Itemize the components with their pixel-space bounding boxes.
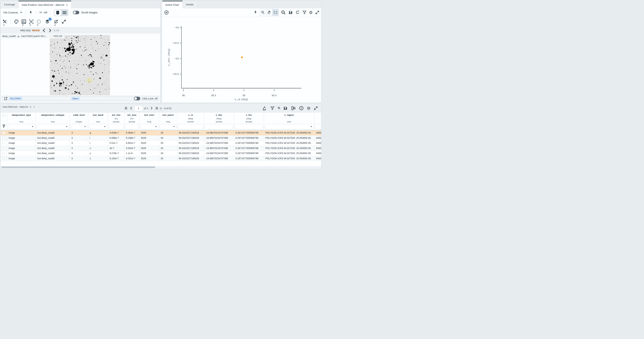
page-number-input[interactable]: [134, 105, 143, 111]
chart-settings-button[interactable]: ⚙: [309, 10, 313, 14]
scroll-images-toggle[interactable]: [73, 11, 79, 14]
color-palette-button[interactable]: [14, 19, 19, 24]
column-filter-input[interactable]: [71, 124, 87, 129]
column-filter-input[interactable]: [160, 124, 176, 129]
add-column-button[interactable]: [291, 106, 296, 111]
pin-chart-button[interactable]: [254, 10, 258, 14]
table-cell: 28: [159, 140, 177, 146]
next-page-button[interactable]: [150, 106, 153, 110]
table-row[interactable]: imagelsst.deep_coadd3r5.51e-76.891e-7552…: [1, 140, 321, 146]
table-row[interactable]: imagelsst.deep_coadd3u3e-73.932e-7552628…: [1, 146, 321, 151]
table-cell: image: [7, 151, 36, 156]
expand-chart-button[interactable]: [315, 10, 320, 14]
chart-toolbar: 1X ⚙: [162, 8, 321, 17]
expand-readout-button[interactable]: [4, 97, 8, 100]
zoom-original-button[interactable]: 1X: [281, 10, 286, 15]
scatter-chart[interactable]: 9695.59594.5−24−24.5−25−25.5s_ra (deg)s_…: [162, 17, 321, 103]
rotate-lock-button[interactable]: [54, 19, 58, 24]
image-tools-button[interactable]: [2, 19, 8, 24]
tab-data-product[interactable]: Data Product: ivoa.ObsCore - data-int - …: [18, 1, 71, 8]
column-type: double: [113, 120, 120, 124]
zoom-mode-button[interactable]: [260, 9, 266, 16]
pin-button[interactable]: [29, 10, 33, 15]
scrollbar-thumb[interactable]: [1, 166, 155, 168]
column-filter-input[interactable]: [8, 124, 35, 129]
single-view-button[interactable]: [54, 10, 61, 16]
select-mode-button[interactable]: [272, 9, 278, 16]
click-lock-toggle[interactable]: [134, 97, 140, 100]
filter-icon[interactable]: [2, 124, 6, 128]
column-filter-input[interactable]: [265, 124, 314, 129]
column-header-lsst_patch[interactable]: lsst_patchlong: [159, 112, 177, 130]
column-filter-input[interactable]: [109, 124, 124, 129]
divider: [10, 19, 11, 24]
table-settings-button[interactable]: ⚙: [307, 106, 310, 110]
column-header-dataproduct_subtype[interactable]: dataproduct_subtypechar: [36, 112, 70, 130]
column-header-dataproduct_type[interactable]: dataproduct_typechar: [7, 112, 36, 130]
column-header-s_fov[interactable]: s_fov(deg)double: [234, 112, 264, 130]
file-contents-dropdown[interactable]: File Contents: [3, 11, 22, 14]
column-header-em_min[interactable]: em_min(m)double: [108, 112, 124, 130]
pan-mode-button[interactable]: [266, 9, 272, 16]
close-table-button[interactable]: ×: [34, 106, 35, 108]
column-header-s_region[interactable]: s_regionchar: [264, 112, 314, 130]
column-header-s_ra[interactable]: s_ra(deg)double: [177, 112, 204, 130]
table-row[interactable]: imagelsst.deep_coadd3g4.026e-75.483e-755…: [1, 130, 321, 136]
tab-coverage[interactable]: Coverage: [1, 1, 18, 8]
text-view-button[interactable]: Tt: [278, 106, 280, 110]
tab-details[interactable]: Details: [182, 1, 197, 8]
column-filter-input[interactable]: [235, 124, 263, 129]
table-cell: 0.2671077005956788: [234, 146, 264, 151]
column-header-lsst_tract[interactable]: lsst_tractlong: [140, 112, 159, 130]
column-filter-input[interactable]: [89, 124, 107, 129]
last-page-button[interactable]: [155, 106, 158, 110]
expand-table-button[interactable]: [314, 106, 318, 110]
column-name: lsst_tract: [144, 114, 154, 117]
recenter-button[interactable]: [29, 19, 34, 24]
column-header-s_dec[interactable]: s_dec(deg)double: [204, 112, 234, 130]
prev-page-button[interactable]: [129, 106, 133, 110]
column-header-lsst_band[interactable]: lsst_bandchar: [88, 112, 108, 130]
column-filter-input[interactable]: [125, 124, 138, 129]
hdu-next-button[interactable]: [48, 28, 52, 32]
row-checkbox[interactable]: [2, 142, 5, 144]
save-table-button[interactable]: [283, 106, 288, 110]
table-row[interactable]: imagelsst.deep_coadd3z8.192e-79.201e-755…: [1, 156, 321, 161]
column-filter-input[interactable]: [36, 124, 69, 129]
column-filter-input[interactable]: [315, 124, 321, 129]
stretch-histogram-button[interactable]: [21, 19, 26, 24]
column-header-partial[interactable]: [314, 112, 321, 130]
table-row[interactable]: imagelsst.deep_coadd3i6.936e-78.188e-755…: [1, 136, 321, 141]
tab-active-chart[interactable]: Active Chart: [162, 1, 182, 8]
row-checkbox[interactable]: [2, 152, 5, 154]
column-filter-input[interactable]: [140, 124, 158, 129]
column-filter-input[interactable]: [178, 124, 203, 129]
filter-table-button[interactable]: [270, 106, 275, 110]
table-info-button[interactable]: [299, 106, 304, 111]
cutout-button[interactable]: ✂ Off: [39, 10, 47, 15]
fits-image[interactable]: [50, 35, 110, 95]
row-checkbox[interactable]: [2, 157, 5, 160]
row-checkbox[interactable]: [2, 147, 5, 150]
add-chart-button[interactable]: [164, 10, 169, 15]
restore-chart-button[interactable]: [295, 10, 300, 15]
hdu-prev-button[interactable]: [42, 28, 46, 32]
column-header-em_max[interactable]: em_max(m)double: [124, 112, 140, 130]
layers-button[interactable]: 2: [45, 19, 50, 24]
filter-chart-button[interactable]: [302, 10, 307, 14]
expand-viewer-button[interactable]: [62, 19, 66, 24]
image-fov-label: FOV:29': [54, 35, 62, 38]
column-header-calib_level[interactable]: calib_levelinteger: [70, 112, 88, 130]
first-page-button[interactable]: [124, 106, 128, 110]
datalink-button[interactable]: [262, 106, 267, 111]
table-row[interactable]: imagelsst.deep_coadd3y9.278e-71.1e-65526…: [1, 151, 321, 156]
save-chart-button[interactable]: [288, 10, 293, 15]
row-checkbox[interactable]: [2, 132, 5, 134]
row-select-cell: [1, 136, 7, 140]
selection-button[interactable]: [36, 19, 42, 24]
svg-text:−25.5: −25.5: [172, 72, 179, 76]
grid-view-button[interactable]: [61, 10, 68, 16]
row-checkbox[interactable]: [2, 137, 5, 139]
column-filter-input[interactable]: [205, 124, 233, 129]
select-all-checkbox[interactable]: [2, 114, 5, 117]
